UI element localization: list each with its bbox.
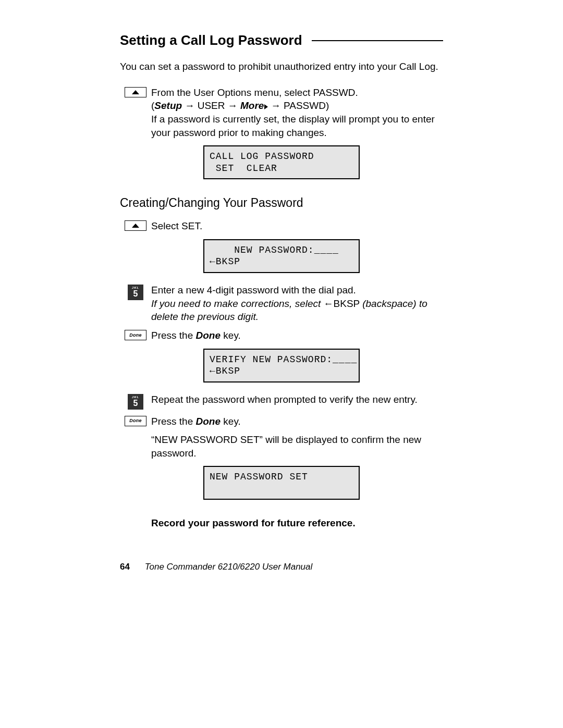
step-body: “NEW PASSWORD SET” will be displayed to … [151, 433, 443, 460]
icon-column: JKL 5 [120, 393, 151, 410]
icon-column: Done [120, 329, 151, 342]
step-body: From the User Options menu, select PASSW… [151, 86, 443, 140]
arrow-left-icon: ← [324, 298, 334, 309]
arrow-right-icon: → [271, 100, 284, 111]
page-footer: 64 Tone Commander 6210/6220 User Manual [120, 561, 443, 573]
lcd-wrap: NEW PASSWORD SET [120, 466, 443, 500]
step1-path: (Setup → USER → More → PASSWD) [151, 99, 443, 113]
step3-line2a: If you need to make corrections, select [151, 298, 324, 309]
step6a: Press the [151, 416, 196, 427]
step-body: Select SET. [151, 219, 443, 233]
step-row: “NEW PASSWORD SET” will be displayed to … [120, 433, 443, 460]
step-row: Select SET. [120, 219, 443, 233]
record-note: Record your password for future referenc… [151, 516, 443, 530]
icon-column [120, 86, 151, 140]
arrow-right-icon: → [185, 100, 197, 111]
lcd-wrap: VERIFY NEW PASSWORD:____ ←BKSP [120, 349, 443, 382]
step-body: Repeat the password when prompted to ver… [151, 393, 443, 410]
step-row: From the User Options menu, select PASSW… [120, 86, 443, 140]
subsection-heading: Creating/Changing Your Password [120, 195, 443, 211]
arrow-up-key-icon [125, 220, 146, 231]
footer-title: Tone Commander 6210/6220 User Manual [145, 562, 313, 572]
step-row: Done Press the Done key. [120, 329, 443, 342]
svg-marker-1 [132, 224, 139, 228]
intro-paragraph: You can set a password to prohibit unaut… [120, 60, 443, 73]
path-more: More [240, 100, 264, 111]
step-row: Done Press the Done key. [120, 415, 443, 428]
icon-column [120, 219, 151, 233]
icon-column: Done [120, 415, 151, 428]
key5-digit: 5 [133, 399, 138, 408]
note-row: Record your password for future referenc… [120, 510, 443, 551]
step-row: JKL 5 Enter a new 4-digit password with … [120, 283, 443, 324]
step4b: Done [196, 330, 221, 341]
heading-text: Setting a Call Log Password [120, 31, 302, 50]
key5-digit: 5 [133, 290, 138, 298]
path-setup: Setup [154, 100, 182, 111]
section-heading: Setting a Call Log Password [120, 31, 443, 50]
done-key-icon: Done [125, 330, 146, 340]
icon-column: JKL 5 [120, 283, 151, 324]
step-body: Press the Done key. [151, 415, 443, 428]
step-body: Press the Done key. [151, 329, 443, 342]
svg-marker-0 [132, 90, 139, 94]
dialpad-5-key-icon: JKL 5 [128, 394, 143, 410]
step4c: key. [221, 330, 241, 341]
icon-column [120, 510, 151, 551]
step1-line2: If a password is currently set, the disp… [151, 113, 443, 139]
lcd-display: NEW PASSWORD:____ ←BKSP [203, 239, 360, 273]
step1-line1: From the User Options menu, select PASSW… [151, 86, 443, 100]
step-row: JKL 5 Repeat the password when prompted … [120, 393, 443, 410]
manual-page: Setting a Call Log Password You can set … [0, 0, 563, 728]
page-number: 64 [120, 562, 130, 572]
step3-line1: Enter a new 4-digit password with the di… [151, 283, 443, 297]
step4a: Press the [151, 330, 196, 341]
path-user: USER [198, 100, 225, 111]
done-key-icon: Done [125, 416, 146, 426]
path-passwd: PASSWD [284, 100, 326, 111]
lcd-display: NEW PASSWORD SET [203, 466, 360, 500]
arrow-right-icon: → [228, 100, 240, 111]
step6c: key. [221, 416, 241, 427]
step3-line2: If you need to make corrections, select … [151, 297, 443, 324]
step-body: Enter a new 4-digit password with the di… [151, 283, 443, 324]
lcd-wrap: CALL LOG PASSWORD SET CLEAR [120, 145, 443, 179]
heading-rule [312, 40, 443, 41]
dialpad-5-key-icon: JKL 5 [128, 285, 143, 300]
lcd-display: VERIFY NEW PASSWORD:____ ←BKSP [203, 349, 360, 382]
step6b: Done [196, 416, 221, 427]
arrow-up-key-icon [125, 87, 146, 97]
lcd-display: CALL LOG PASSWORD SET CLEAR [203, 145, 360, 179]
lcd-wrap: NEW PASSWORD:____ ←BKSP [120, 239, 443, 273]
icon-column [120, 433, 151, 460]
triangle-right-icon [264, 104, 268, 109]
step3-line2b: BKSP [334, 298, 363, 309]
